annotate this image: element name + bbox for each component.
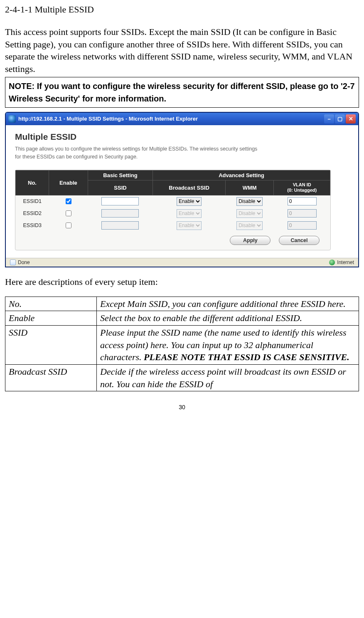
broadcast-select[interactable]: Enable	[177, 209, 202, 218]
th-broadcast: Broadcast SSID	[153, 180, 226, 195]
note-box: NOTE: If you want to configure the wirel…	[5, 77, 359, 108]
page-icon	[10, 260, 16, 265]
table-row: ESSID1 Enable Disable	[16, 195, 330, 208]
desc-term: SSID	[5, 326, 97, 365]
ssid-input[interactable]	[101, 209, 139, 218]
button-row: Apply Cancel	[15, 232, 330, 245]
ssid-input[interactable]	[101, 221, 139, 230]
section-heading: 2-4-1-1 Multiple ESSID	[5, 4, 359, 15]
status-left: Done	[10, 260, 30, 265]
vlan-input[interactable]	[288, 209, 317, 218]
window-title: http://192.168.2.1 - Multiple SSID Setti…	[18, 116, 323, 122]
desc-term: Broadcast SSID	[5, 365, 97, 391]
wmm-select[interactable]: Disable	[236, 221, 263, 230]
intro-paragraph: This access point supports four SSIDs. E…	[5, 26, 359, 75]
cancel-button[interactable]: Cancel	[279, 236, 320, 245]
table-row: Broadcast SSID Decide if the wireless ac…	[5, 365, 359, 391]
th-enable: Enable	[49, 171, 88, 195]
page-title: Multiple ESSID	[15, 132, 349, 142]
ssid-table: No. Enable Basic Setting Advanced Settin…	[15, 170, 330, 231]
th-ssid: SSID	[88, 180, 152, 195]
broadcast-select[interactable]: Enable	[177, 197, 202, 206]
ie-icon	[8, 115, 16, 123]
page-number: 30	[5, 404, 359, 410]
status-right: Internet	[329, 260, 354, 265]
table-row: SSID Please input the SSID name (the nam…	[5, 326, 359, 365]
desc-term: Enable	[5, 311, 97, 326]
th-advanced: Advanced Setting	[153, 171, 330, 180]
wmm-select[interactable]: Disable	[236, 197, 263, 206]
titlebar: http://192.168.2.1 - Multiple SSID Setti…	[6, 113, 358, 125]
enable-checkbox[interactable]	[66, 222, 71, 228]
th-basic: Basic Setting	[88, 171, 152, 180]
status-done-text: Done	[18, 260, 30, 265]
globe-icon	[329, 260, 335, 265]
th-vlan: VLAN ID(0: Untagged)	[274, 180, 330, 195]
status-zone-text: Internet	[337, 260, 354, 265]
th-wmm: WMM	[225, 180, 274, 195]
table-row: ESSID3 Enable Disable	[16, 220, 330, 232]
desc-text: Please input the SSID name (the name use…	[97, 326, 359, 365]
ie-body: Multiple ESSID This page allows you to c…	[6, 125, 358, 258]
vlan-input[interactable]	[288, 221, 317, 230]
table-row: ESSID2 Enable Disable	[16, 208, 330, 220]
desc-term: No.	[5, 297, 97, 311]
desc-text: Except Main SSID, you can configure addi…	[97, 297, 359, 311]
vlan-input[interactable]	[288, 197, 317, 205]
wmm-select[interactable]: Disable	[236, 209, 263, 218]
table-row: No. Except Main SSID, you can configure …	[5, 297, 359, 311]
enable-checkbox[interactable]	[66, 198, 71, 204]
row-label: ESSID2	[16, 208, 49, 220]
table-row: Enable Select the box to enable the diff…	[5, 311, 359, 326]
apply-button[interactable]: Apply	[230, 236, 271, 245]
close-button[interactable]: ✕	[346, 114, 356, 124]
maximize-button[interactable]: ▢	[335, 114, 345, 124]
page-description: This page allows you to configure the wi…	[15, 145, 264, 161]
desc-text: Decide if the wireless access point will…	[97, 365, 359, 391]
statusbar: Done Internet	[6, 258, 358, 267]
ssid-input[interactable]	[101, 197, 139, 205]
description-table: No. Except Main SSID, you can configure …	[5, 297, 359, 392]
row-label: ESSID1	[16, 195, 49, 208]
enable-checkbox[interactable]	[66, 210, 71, 216]
broadcast-select[interactable]: Enable	[177, 221, 202, 230]
th-no: No.	[16, 171, 49, 195]
ie-window: http://192.168.2.1 - Multiple SSID Setti…	[5, 112, 359, 267]
row-label: ESSID3	[16, 220, 49, 232]
ssid-panel: No. Enable Basic Setting Advanced Settin…	[15, 170, 331, 250]
desc-text: Select the box to enable the different a…	[97, 311, 359, 326]
minimize-button[interactable]: –	[324, 114, 334, 124]
description-intro: Here are descriptions of every setup ite…	[5, 277, 359, 287]
